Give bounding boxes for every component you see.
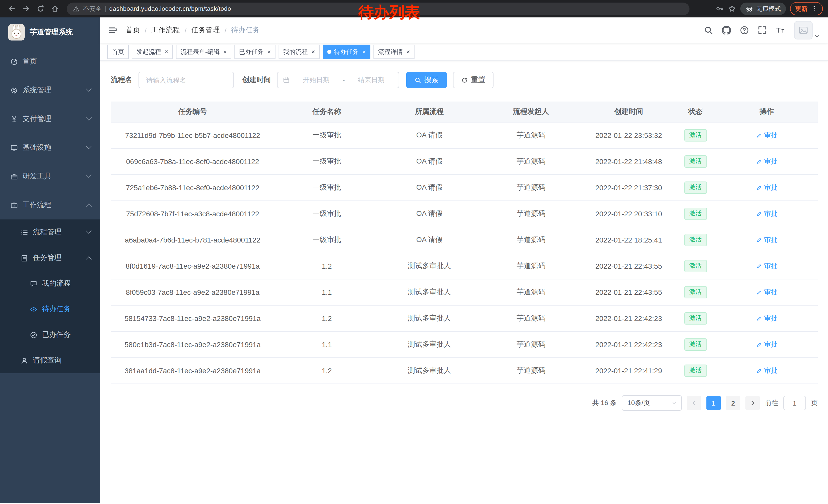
edit-icon <box>756 185 762 191</box>
cell-name: 一级审批 <box>275 122 379 148</box>
tab-close-icon[interactable]: × <box>312 49 315 55</box>
tab-3[interactable]: 已办任务× <box>235 45 276 59</box>
incognito-badge: 无痕模式 <box>740 3 786 15</box>
bookmark-star-icon[interactable] <box>728 5 736 13</box>
avatar[interactable] <box>794 21 813 40</box>
date-range-picker[interactable]: 开始日期 - 结束日期 <box>277 72 399 88</box>
svg-text:T: T <box>776 27 781 34</box>
sidebar-item-5[interactable]: 工作流程 <box>0 191 100 220</box>
sidebar-logo[interactable]: 芋道管理系统 <box>0 17 100 47</box>
end-date-placeholder[interactable]: 结束日期 <box>349 75 394 85</box>
sidebar-item-9[interactable]: 待办任务 <box>0 296 100 322</box>
approve-button[interactable]: 审批 <box>756 366 778 375</box>
fullscreen-icon[interactable] <box>755 23 770 37</box>
svg-text:T: T <box>782 29 784 34</box>
tasks-icon <box>20 254 28 262</box>
sidebar-item-2[interactable]: 支付管理 <box>0 104 100 133</box>
collapse-sidebar-icon[interactable] <box>100 26 126 35</box>
tab-6[interactable]: 流程详情× <box>373 45 415 59</box>
cell-created: 2022-01-21 22:42:23 <box>582 331 675 358</box>
forward-icon[interactable] <box>19 2 33 15</box>
status-badge: 激活 <box>684 208 707 220</box>
breadcrumb-item-0[interactable]: 首页 <box>126 26 140 35</box>
update-button[interactable]: 更新 <box>790 2 823 15</box>
goto-page-input[interactable] <box>783 396 806 410</box>
cell-action: 审批 <box>716 227 818 253</box>
reload-icon[interactable] <box>34 2 47 15</box>
pagination: 共 16 条 10条/页 12 前往 页 <box>111 395 818 411</box>
chevron-down-icon <box>86 86 92 92</box>
password-key-icon[interactable] <box>716 5 724 13</box>
approve-label: 审批 <box>764 235 778 244</box>
prev-page-button[interactable] <box>687 396 701 410</box>
tab-2[interactable]: 流程表单-编辑× <box>176 45 232 59</box>
sidebar-item-8[interactable]: 我的流程 <box>0 271 100 296</box>
cell-status: 激活 <box>675 122 716 148</box>
approve-button[interactable]: 审批 <box>756 183 778 192</box>
incognito-label: 无痕模式 <box>756 4 781 13</box>
sidebar-item-7[interactable]: 任务管理 <box>0 245 100 271</box>
sidebar-item-1[interactable]: 系统管理 <box>0 76 100 104</box>
approve-label: 审批 <box>764 314 778 323</box>
sidebar-item-label: 基础设施 <box>23 143 51 152</box>
user-menu[interactable] <box>794 21 820 40</box>
sidebar-item-3[interactable]: 基础设施 <box>0 133 100 162</box>
cell-process: 测试多审批人 <box>379 305 480 331</box>
approve-button[interactable]: 审批 <box>756 340 778 349</box>
browser-menu-icon[interactable] <box>811 5 818 12</box>
url-text[interactable]: dashboard.yudao.iocoder.cn/bpm/task/todo <box>109 5 231 12</box>
tab-4[interactable]: 我的流程× <box>279 45 320 59</box>
edit-icon <box>756 263 762 269</box>
sidebar-item-0[interactable]: 首页 <box>0 47 100 76</box>
tab-1[interactable]: 发起流程× <box>132 45 173 59</box>
approve-button[interactable]: 审批 <box>756 131 778 140</box>
tab-5[interactable]: 待办任务× <box>323 45 370 59</box>
page-size-select[interactable]: 10条/页 <box>622 395 682 411</box>
question-icon[interactable] <box>737 23 752 37</box>
search-icon[interactable] <box>701 23 716 37</box>
reset-button[interactable]: 重置 <box>453 72 494 88</box>
approve-button[interactable]: 审批 <box>756 288 778 297</box>
sidebar-item-11[interactable]: 请假查询 <box>0 348 100 373</box>
approve-button[interactable]: 审批 <box>756 209 778 218</box>
breadcrumb-item-1[interactable]: 工作流程 <box>151 26 180 35</box>
tab-0[interactable]: 首页 <box>107 45 129 59</box>
tab-close-icon[interactable]: × <box>267 49 271 55</box>
cell-initiator: 芋道源码 <box>480 122 582 148</box>
sidebar-menu: 首页系统管理支付管理基础设施研发工具工作流程流程管理任务管理我的流程待办任务已办… <box>0 47 100 373</box>
approve-button[interactable]: 审批 <box>756 157 778 166</box>
todo-task-table: 任务编号任务名称所属流程流程发起人创建时间状态操作 73211d9d-7b9b-… <box>111 101 818 384</box>
next-page-button[interactable] <box>745 396 760 410</box>
sidebar-item-label: 已办任务 <box>42 330 71 339</box>
approve-button[interactable]: 审批 <box>756 262 778 271</box>
status-badge: 激活 <box>684 312 707 324</box>
cell-action: 审批 <box>716 279 818 305</box>
back-icon[interactable] <box>5 2 18 15</box>
tab-close-icon[interactable]: × <box>406 49 410 55</box>
column-header-3: 流程发起人 <box>480 101 582 122</box>
tab-close-icon[interactable]: × <box>362 49 366 55</box>
process-name-input[interactable] <box>145 76 227 84</box>
cell-id: 73211d9d-7b9b-11ec-b5b7-acde48001122 <box>111 122 275 148</box>
goto-label: 前往 <box>765 398 778 408</box>
sidebar-item-6[interactable]: 流程管理 <box>0 220 100 245</box>
approve-button[interactable]: 审批 <box>756 314 778 323</box>
cell-initiator: 芋道源码 <box>480 253 582 279</box>
github-icon[interactable] <box>719 23 734 37</box>
cell-status: 激活 <box>675 279 716 305</box>
start-date-placeholder[interactable]: 开始日期 <box>294 75 339 85</box>
tab-close-icon[interactable]: × <box>223 49 227 55</box>
tab-close-icon[interactable]: × <box>165 49 168 55</box>
approve-label: 审批 <box>764 209 778 218</box>
total-count: 共 16 条 <box>592 398 617 408</box>
page-button-1[interactable]: 1 <box>706 396 721 410</box>
page-button-2[interactable]: 2 <box>726 396 740 410</box>
security-warning-icon[interactable] <box>73 5 80 12</box>
fontsize-icon[interactable]: TT <box>773 23 787 37</box>
sidebar-item-10[interactable]: 已办任务 <box>0 322 100 348</box>
approve-button[interactable]: 审批 <box>756 235 778 244</box>
sidebar-item-4[interactable]: 研发工具 <box>0 162 100 191</box>
breadcrumb-item-2[interactable]: 任务管理 <box>191 26 220 35</box>
search-button[interactable]: 搜索 <box>406 72 447 88</box>
home-icon[interactable] <box>48 2 61 15</box>
